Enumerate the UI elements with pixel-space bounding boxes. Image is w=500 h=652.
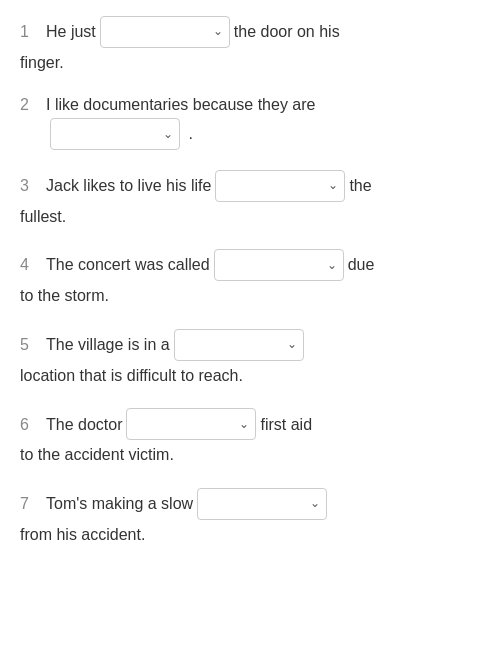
question-5: 5 The village is in a ⌄ location that is… [20,329,480,389]
question-3-text-after: the [349,173,371,199]
question-6-number: 6 [20,412,38,438]
question-5-number: 5 [20,332,38,358]
question-6-select[interactable] [133,416,249,433]
question-3-continuation: fullest. [20,204,480,230]
question-1-text-before: He just [46,19,96,45]
question-2-period: . [184,125,193,143]
question-6: 6 The doctor ⌄ first aid to the accident… [20,408,480,468]
question-1-dropdown[interactable]: ⌄ [100,16,230,48]
question-5-continuation: location that is difficult to reach. [20,363,480,389]
question-5-dropdown[interactable]: ⌄ [174,329,304,361]
question-7-continuation: from his accident. [20,522,480,548]
question-4-select[interactable] [221,257,337,274]
question-4-text-before: The concert was called [46,252,210,278]
question-2-dropdown[interactable]: ⌄ [50,118,180,150]
question-1-select[interactable] [107,24,223,41]
question-2-select[interactable] [57,125,173,142]
question-3-dropdown[interactable]: ⌄ [215,170,345,202]
question-2-number: 2 [20,96,38,114]
question-6-continuation: to the accident victim. [20,442,480,468]
question-7: 7 Tom's making a slow ⌄ from his acciden… [20,488,480,548]
question-1-text-after: the door on his [234,19,340,45]
question-4-continuation: to the storm. [20,283,480,309]
question-7-number: 7 [20,491,38,517]
question-6-dropdown[interactable]: ⌄ [126,408,256,440]
question-7-dropdown[interactable]: ⌄ [197,488,327,520]
question-4-number: 4 [20,252,38,278]
question-5-select[interactable] [181,336,297,353]
question-1-number: 1 [20,19,38,45]
question-2-text: I like documentaries because they are [46,96,315,114]
question-1-continuation: finger. [20,50,480,76]
question-3: 3 Jack likes to live his life ⌄ the full… [20,170,480,230]
question-4-text-after: due [348,252,375,278]
question-2: 2 I like documentaries because they are … [20,96,480,150]
question-7-select[interactable] [204,495,320,512]
question-7-text-before: Tom's making a slow [46,491,193,517]
question-6-text-after: first aid [260,412,312,438]
question-4: 4 The concert was called ⌄ due to the st… [20,249,480,309]
question-5-text-before: The village is in a [46,332,170,358]
question-3-number: 3 [20,173,38,199]
question-6-text-before: The doctor [46,412,122,438]
question-3-text-before: Jack likes to live his life [46,173,211,199]
question-1: 1 He just ⌄ the door on his finger. [20,16,480,76]
question-3-select[interactable] [222,177,338,194]
question-4-dropdown[interactable]: ⌄ [214,249,344,281]
